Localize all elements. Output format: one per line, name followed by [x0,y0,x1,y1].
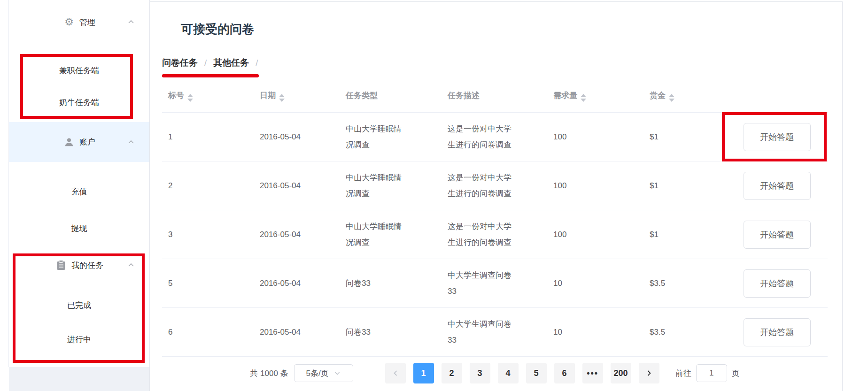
cell-demand: 100 [547,129,643,145]
sidebar-item-in-progress[interactable]: 进行中 [9,328,149,351]
sidebar-footer-background [9,367,149,391]
start-answer-button[interactable]: 开始答题 [744,269,811,298]
column-header-date[interactable]: 日期 [254,88,340,104]
cell-id: 1 [162,129,254,145]
sidebar-item-completed[interactable]: 已完成 [9,293,149,317]
cell-action: 开始答题 [720,318,828,346]
start-answer-button[interactable]: 开始答题 [744,318,811,346]
chevron-up-icon [127,18,135,26]
cell-date: 2016-05-04 [254,178,340,194]
more-pages-button[interactable]: ••• [582,363,603,383]
table-header-row: 标号 日期 任务类型 任务描述 需求量 赏金 [162,79,828,113]
column-header-demand[interactable]: 需求量 [547,88,643,104]
tab-questionnaire-tasks[interactable]: 问卷任务 [162,57,198,69]
sidebar-item-label: 进行中 [67,334,91,345]
page-button-2[interactable]: 2 [442,363,462,383]
cell-date: 2016-05-04 [254,276,340,291]
table-row: 3 2016-05-04 中山大学睡眠情况调查 这是一份对中大学生进行的问卷调查… [162,210,828,259]
sidebar-group-account[interactable]: 账户 [9,122,149,162]
chevron-up-icon [127,138,135,146]
sort-carets-icon[interactable] [187,94,193,102]
chevron-down-icon [333,369,341,377]
sidebar-item-label: 兼职任务端 [59,65,99,76]
sidebar-item-label: 充值 [71,186,87,197]
goto-suffix: 页 [732,368,740,379]
clipboard-icon [55,259,67,271]
cell-action: 开始答题 [720,172,828,200]
page-button-1[interactable]: 1 [413,363,434,383]
column-header-reward[interactable]: 赏金 [643,88,720,104]
cell-desc: 这是一份对中大学生进行的问卷调查 [442,170,547,202]
page-button-4[interactable]: 4 [498,363,519,383]
sort-carets-icon[interactable] [279,94,285,102]
sidebar-item-cow-task[interactable]: 奶牛任务端 [9,91,149,114]
column-header-type: 任务类型 [340,88,442,104]
task-table: 标号 日期 任务类型 任务描述 需求量 赏金 1 2016-05-04 中山大学… [162,79,828,357]
cell-demand: 100 [547,227,643,243]
sidebar-item-recharge[interactable]: 充值 [9,180,149,203]
cell-demand: 100 [547,178,643,194]
start-answer-button[interactable]: 开始答题 [744,172,811,200]
pagination-total: 共 1000 条 [250,368,288,379]
sidebar-divider [149,0,150,391]
app-root: ⚙ 管理 兼职任务端 奶牛任务端 账户 充值 提现 我的任务 已完成 [0,0,868,391]
cell-reward: $1 [643,178,720,194]
cell-type: 问卷33 [340,324,442,340]
cell-reward: $1 [643,129,720,145]
gear-icon: ⚙ [63,16,75,28]
cell-type: 中山大学睡眠情况调查 [340,170,442,202]
page-button-last[interactable]: 200 [611,363,631,383]
pagination: 共 1000 条 5条/页 1 2 3 4 5 6 ••• 200 前往 页 [162,359,828,387]
sidebar-item-label: 奶牛任务端 [59,97,99,108]
page-size-select[interactable]: 5条/页 [294,364,353,382]
sidebar-group-my-tasks[interactable]: 我的任务 [9,253,149,277]
cell-date: 2016-05-04 [254,324,340,340]
cell-reward: $3.5 [643,276,720,291]
sidebar-group-label: 我的任务 [71,260,103,271]
page-button-3[interactable]: 3 [470,363,490,383]
goto-label: 前往 [675,368,691,379]
cell-date: 2016-05-04 [254,129,340,145]
column-header-id[interactable]: 标号 [162,88,254,104]
prev-page-button[interactable] [385,363,406,383]
column-header-desc: 任务描述 [442,88,547,104]
cell-demand: 10 [547,276,643,291]
task-tabs: 问卷任务 / 其他任务 / [162,57,258,69]
cell-type: 问卷33 [340,276,442,291]
goto-page-input[interactable] [696,364,727,382]
tab-separator: / [256,58,258,68]
start-answer-button[interactable]: 开始答题 [744,221,811,249]
page-button-6[interactable]: 6 [554,363,575,383]
sort-carets-icon[interactable] [669,94,674,102]
sort-carets-icon[interactable] [581,94,586,102]
sidebar-item-label: 提现 [71,223,87,234]
sidebar-item-label: 已完成 [67,300,91,311]
cell-desc: 这是一份对中大学生进行的问卷调查 [442,219,547,251]
sidebar-item-withdraw[interactable]: 提现 [9,216,149,240]
start-answer-button[interactable]: 开始答题 [744,123,811,151]
cell-date: 2016-05-04 [254,227,340,243]
next-page-button[interactable] [639,363,659,383]
table-row: 2 2016-05-04 中山大学睡眠情况调查 这是一份对中大学生进行的问卷调查… [162,161,828,210]
sidebar-group-management[interactable]: ⚙ 管理 [9,10,149,34]
cell-desc: 中大学生调查问卷33 [442,316,547,348]
cell-id: 6 [162,324,254,340]
cell-demand: 10 [547,324,643,340]
cell-action: 开始答题 [720,269,828,298]
sidebar-group-label: 管理 [79,17,95,28]
table-row: 5 2016-05-04 问卷33 中大学生调查问卷33 10 $3.5 开始答… [162,259,828,308]
sidebar-item-parttime-task[interactable]: 兼职任务端 [9,59,149,82]
cell-id: 2 [162,178,254,194]
tab-separator: / [204,58,207,68]
table-row: 1 2016-05-04 中山大学睡眠情况调查 这是一份对中大学生进行的问卷调查… [162,113,828,161]
cell-id: 5 [162,276,254,291]
cell-action: 开始答题 [720,123,828,151]
sidebar-group-label: 账户 [79,137,95,147]
page-size-value: 5条/页 [306,368,329,379]
cell-desc: 这是一份对中大学生进行的问卷调查 [442,121,547,153]
tab-other-tasks[interactable]: 其他任务 [213,57,249,69]
chevron-right-icon [645,369,653,377]
page-button-5[interactable]: 5 [526,363,547,383]
chevron-up-icon [127,261,135,269]
cell-type: 中山大学睡眠情况调查 [340,219,442,251]
